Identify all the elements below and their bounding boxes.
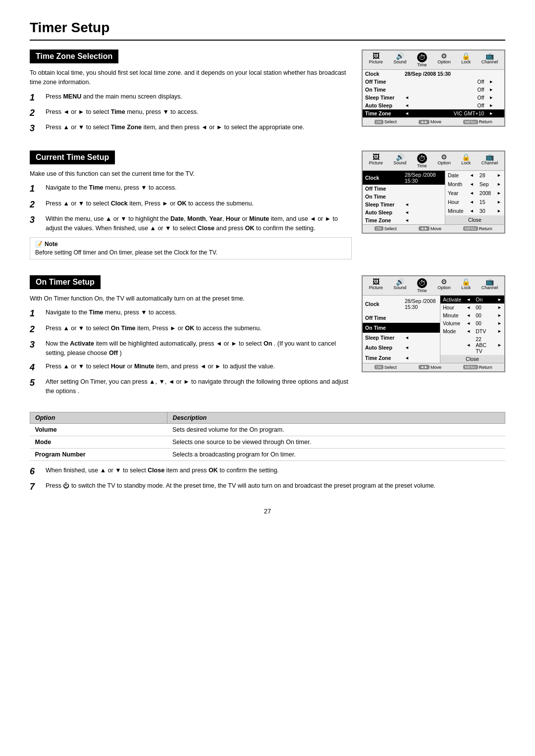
menu-row-clock-2: Clock 28/Sep /2008 15:30: [363, 171, 445, 185]
desc-mode: Selects one source to be viewed through …: [167, 436, 505, 448]
icon-channel-2: 📺 Channel: [482, 153, 498, 168]
time-zone-header: Time Zone Selection: [30, 50, 118, 63]
option-mode: Mode: [30, 436, 167, 448]
icon-time-1: ⏱ Time: [417, 52, 427, 67]
step-ot-6: 6 When finished, use ▲ or ▼ to select Cl…: [30, 466, 505, 477]
icon-sound-1: 🔊 Sound: [393, 52, 406, 67]
icon-option-2: ⚙ Option: [437, 153, 451, 168]
menu-row-autosleep-1: Auto Sleep ◄ Off ►: [363, 101, 504, 109]
on-timer-header: On Timer Setup: [30, 275, 101, 289]
menu-row-autosleep-2: Auto Sleep ◄: [363, 208, 445, 216]
step-ct-2: 2 Press ▲ or ▼ to select Clock item, Pre…: [30, 199, 352, 210]
note-box: 📝 Note Before setting Off timer and On t…: [30, 237, 352, 259]
time-zone-intro: To obtain local time, you should first s…: [30, 68, 352, 87]
menu-row-sleep-2: Sleep Timer ◄: [363, 201, 445, 208]
sub-row-mode-3: Mode ◄ DTV ►: [440, 327, 505, 335]
desc-volume: Sets desired volume for the On program.: [167, 423, 505, 436]
on-timer-text: On Timer Setup With On Timer function On…: [30, 275, 352, 400]
sub-row-close-3: Close: [440, 355, 505, 363]
menu-row-ontime-1: On Time Off ►: [363, 86, 504, 94]
icon-time-2: ⏱ Time: [417, 153, 427, 168]
sub-row-activate-3: Activate ◄ On ►: [440, 296, 505, 303]
icon-option-1: ⚙ Option: [437, 52, 451, 67]
step-ot-2: 2 Press ▲ or ▼ to select On Time item, P…: [30, 324, 352, 335]
step-ot-5: 5 After setting On Timer, you can press …: [30, 377, 352, 396]
menu-row-timezone-1: Time Zone ◄ VIC GMT+10 ►: [363, 109, 504, 117]
menu-row-offtime-2: Off Time: [363, 185, 445, 193]
menu-row-autosleep-3: Auto Sleep ◄: [363, 343, 440, 353]
tv-footer-1: OK Select ◄► Move MENU Return: [363, 117, 504, 126]
tv-icons-1: 🖼 Picture 🔊 Sound ⏱ Time ⚙ Option 🔒: [363, 50, 504, 70]
icon-sound-2: 🔊 Sound: [393, 153, 406, 168]
sub-row-year-2: Year ◄ 2008 ►: [445, 189, 505, 198]
options-table: Option Description Volume Sets desired v…: [30, 412, 505, 461]
time-zone-section: Time Zone Selection To obtain local time…: [30, 50, 505, 139]
sub-row-month-2: Month ◄ Sep ►: [445, 180, 505, 189]
menu-row-ontime-3: On Time: [363, 323, 440, 333]
step-ct-3: 3 Within the menu, use ▲ or ▼ to highlig…: [30, 214, 352, 233]
menu-row-clock-1: Clock 28/Sep /2008 15:30: [363, 70, 504, 78]
step-ot-4: 4 Press ▲ or ▼ to select Hour or Minute …: [30, 362, 352, 373]
icon-sound-3: 🔊 Sound: [393, 278, 406, 293]
icon-lock-2: 🔒 Lock: [461, 153, 471, 168]
sub-row-close-2: Close: [445, 215, 505, 224]
sub-row-date-2: Date ◄ 28 ►: [445, 171, 505, 180]
icon-channel-1: 📺 Channel: [482, 52, 498, 67]
icon-lock-1: 🔒 Lock: [461, 52, 471, 67]
icon-channel-3: 📺 Channel: [482, 278, 498, 293]
current-time-section: Current Time Setup Make use of this func…: [30, 151, 505, 263]
menu-row-timezone-2: Time Zone ◄: [363, 216, 445, 224]
icon-picture-1: 🖼 Picture: [369, 52, 383, 67]
menu-row-ontime-2: On Time: [363, 193, 445, 201]
menu-row-timezone-3: Time Zone ◄: [363, 353, 440, 363]
step-ct-1: 1 Navigate to the Time menu, press ▼ to …: [30, 183, 352, 195]
desc-program: Selects a broadcasting program for On ti…: [167, 448, 505, 460]
sub-row-volume-3: Volume ◄ 00 ►: [440, 319, 505, 327]
step-ot-1: 1 Navigate to the Time menu, press ▼ to …: [30, 308, 352, 319]
sub-row-channel-3: ◄ 22 ABC TV ►: [440, 335, 505, 355]
current-time-intro: Make use of this function can set the cu…: [30, 169, 352, 179]
icon-picture-3: 🖼 Picture: [369, 278, 383, 293]
options-row-mode: Mode Selects one source to be viewed thr…: [30, 436, 505, 448]
on-timer-intro: With On Timer function On, the TV will a…: [30, 294, 352, 303]
page-number: 27: [30, 507, 505, 515]
tv-icons-3: 🖼 Picture 🔊 Sound ⏱ Time ⚙ Option 🔒: [363, 276, 504, 296]
time-zone-steps: 1 Press MENU and the main menu screen di…: [30, 92, 352, 135]
tv-footer-2: OK Select ◄► Move MENU Return: [363, 224, 504, 233]
tv-screen-1: 🖼 Picture 🔊 Sound ⏱ Time ⚙ Option 🔒: [362, 50, 505, 139]
current-time-steps: 1 Navigate to the Time menu, press ▼ to …: [30, 183, 352, 233]
description-col-header: Description: [167, 412, 505, 423]
options-row-volume: Volume Sets desired volume for the On pr…: [30, 423, 505, 436]
step-ot-7: 7 Press ⏻ to switch the TV to standby mo…: [30, 481, 505, 493]
page-title: Timer Setup: [30, 20, 505, 41]
step-tz-3: 3 Press ▲ or ▼ to select Time Zone item,…: [30, 123, 352, 134]
menu-row-offtime-3: Off Time: [363, 313, 440, 323]
step-tz-2: 2 Press ◄ or ► to select Time menu, pres…: [30, 107, 352, 119]
icon-lock-3: 🔒 Lock: [461, 278, 471, 293]
current-time-header: Current Time Setup: [30, 151, 115, 164]
on-timer-steps: 1 Navigate to the Time menu, press ▼ to …: [30, 308, 352, 396]
option-program: Program Number: [30, 448, 167, 460]
tv-screen-2: 🖼 Picture 🔊 Sound ⏱ Time ⚙ Option 🔒: [362, 151, 505, 263]
menu-row-sleep-3: Sleep Timer ◄: [363, 333, 440, 343]
step-ot-3: 3 Now the Activate item will be highligh…: [30, 339, 352, 358]
icon-option-3: ⚙ Option: [437, 278, 451, 293]
options-col-header: Option: [30, 412, 167, 423]
on-timer-steps-lower: 6 When finished, use ▲ or ▼ to select Cl…: [30, 466, 505, 493]
tv-icons-2: 🖼 Picture 🔊 Sound ⏱ Time ⚙ Option 🔒: [363, 151, 504, 171]
sub-row-hour-3: Hour ◄ 00 ►: [440, 303, 505, 311]
tv-screen-3: 🖼 Picture 🔊 Sound ⏱ Time ⚙ Option 🔒: [362, 275, 505, 400]
time-zone-text: Time Zone Selection To obtain local time…: [30, 50, 352, 139]
icon-time-3: ⏱ Time: [417, 278, 427, 293]
on-timer-section: On Timer Setup With On Timer function On…: [30, 275, 505, 400]
option-volume: Volume: [30, 423, 167, 436]
step-tz-1: 1 Press MENU and the main menu screen di…: [30, 92, 352, 103]
menu-row-sleep-1: Sleep Timer ◄ Off ►: [363, 94, 504, 101]
tv-footer-3: OK Select ◄► Move MENU Return: [363, 363, 504, 371]
sub-row-minute-2: Minute ◄ 30 ►: [445, 206, 505, 215]
sub-row-minute-3: Minute ◄ 00 ►: [440, 311, 505, 319]
sub-row-hour-2: Hour ◄ 15 ►: [445, 198, 505, 206]
tv-combined-menu-3: Clock 28/Sep /2008 15:30 Off Time On Tim…: [363, 296, 504, 363]
icon-picture-2: 🖼 Picture: [369, 153, 383, 168]
tv-combined-menu-2: Clock 28/Sep /2008 15:30 Off Time On Tim…: [363, 171, 504, 224]
